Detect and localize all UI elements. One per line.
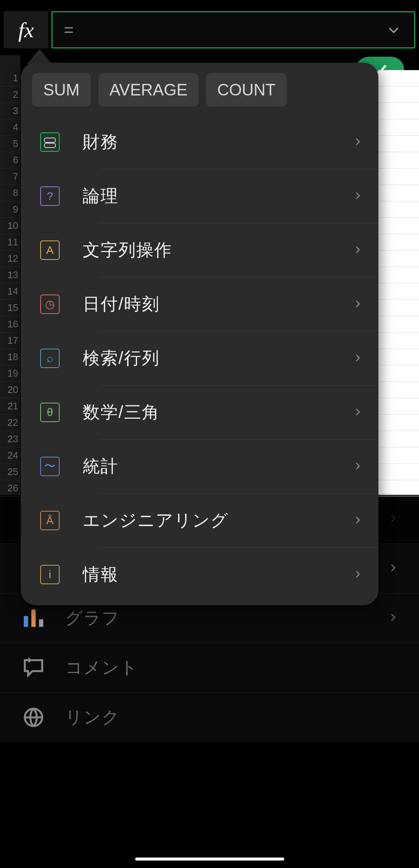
compass-icon: Å	[39, 510, 60, 531]
chevron-right-icon	[352, 569, 364, 580]
chevron-right-icon	[387, 513, 399, 525]
cell[interactable]	[378, 349, 419, 365]
row-header[interactable]: 1	[0, 70, 20, 87]
row-header[interactable]: 4	[0, 119, 20, 136]
cell[interactable]	[378, 251, 419, 267]
category-item[interactable]: ⌕検索/行列	[21, 331, 378, 385]
cell[interactable]	[378, 218, 419, 234]
category-label: 財務	[83, 130, 352, 154]
chevron-right-icon	[352, 515, 364, 526]
row-header[interactable]: 19	[0, 365, 20, 382]
chevron-right-icon	[352, 461, 364, 472]
row-header[interactable]: 16	[0, 316, 20, 333]
fx-button[interactable]: fx	[4, 11, 48, 48]
chart-icon	[20, 605, 47, 631]
function-popover: SUMAVERAGECOUNT 財務?論理A文字列操作◷日付/時刻⌕検索/行列θ…	[21, 63, 378, 605]
cell[interactable]	[378, 103, 419, 119]
menu-label: リンク	[65, 706, 399, 729]
row-header[interactable]: 11	[0, 234, 20, 251]
fx-label: fx	[18, 18, 34, 43]
row-header[interactable]: 22	[0, 415, 20, 431]
formula-bar: fx	[4, 11, 415, 48]
row-header[interactable]: 18	[0, 349, 20, 365]
row-header[interactable]: 12	[0, 251, 20, 267]
category-item[interactable]: A文字列操作	[21, 223, 378, 277]
svg-rect-2	[24, 616, 28, 627]
row-header[interactable]: 5	[0, 136, 20, 152]
row-header[interactable]: 13	[0, 267, 20, 283]
row-header[interactable]: 2	[0, 87, 20, 103]
category-item[interactable]: ?論理	[21, 169, 378, 223]
trend-icon: 〜	[39, 456, 60, 477]
category-item[interactable]: ◷日付/時刻	[21, 277, 378, 331]
row-header[interactable]: 20	[0, 382, 20, 398]
chevron-right-icon	[352, 191, 364, 202]
row-header[interactable]: 8	[0, 185, 20, 201]
popover-arrow	[27, 49, 52, 64]
category-label: 統計	[83, 455, 352, 478]
category-item[interactable]: i情報	[21, 547, 378, 601]
menu-label: グラフ	[65, 607, 387, 630]
cell[interactable]	[378, 70, 419, 87]
chevron-right-icon	[387, 612, 399, 625]
cell[interactable]	[378, 119, 419, 136]
row-header[interactable]: 9	[0, 201, 20, 218]
category-item[interactable]: θ数学/三角	[21, 385, 378, 439]
category-item[interactable]: 財務	[21, 115, 378, 169]
row-header[interactable]: 23	[0, 431, 20, 447]
quick-function-chips: SUMAVERAGECOUNT	[21, 63, 378, 115]
formula-expand-button[interactable]	[384, 21, 403, 39]
search-icon: ⌕	[39, 348, 60, 369]
cell[interactable]	[378, 316, 419, 333]
cell[interactable]	[378, 464, 419, 480]
cell[interactable]	[378, 283, 419, 300]
cell[interactable]	[378, 365, 419, 382]
coins-icon	[39, 132, 60, 152]
function-chip-count[interactable]: COUNT	[206, 73, 286, 107]
row-header[interactable]: 21	[0, 398, 20, 415]
menu-label: コメント	[65, 656, 399, 679]
category-label: 情報	[83, 563, 352, 586]
cell[interactable]	[378, 267, 419, 283]
cell[interactable]	[378, 382, 419, 398]
function-chip-sum[interactable]: SUM	[32, 73, 91, 107]
letter-a-icon: A	[39, 240, 60, 261]
formula-input[interactable]	[64, 20, 384, 40]
cell[interactable]	[378, 398, 419, 415]
function-chip-average[interactable]: AVERAGE	[98, 73, 199, 107]
row-header[interactable]: 10	[0, 218, 20, 234]
cell[interactable]	[378, 300, 419, 316]
row-header[interactable]: 17	[0, 333, 20, 349]
category-item[interactable]: Åエンジニアリング	[21, 493, 378, 547]
svg-rect-4	[39, 619, 44, 627]
cell[interactable]	[378, 201, 419, 218]
category-item[interactable]: 〜統計	[21, 439, 378, 493]
cell[interactable]	[378, 185, 419, 201]
question-icon: ?	[39, 186, 60, 207]
menu-item[interactable]: コメント	[0, 643, 419, 692]
row-header[interactable]: 6	[0, 152, 20, 169]
chevron-right-icon	[352, 353, 364, 364]
cell[interactable]	[378, 415, 419, 431]
info-icon: i	[39, 564, 60, 585]
cell[interactable]	[378, 234, 419, 251]
menu-item[interactable]: リンク	[0, 692, 419, 742]
spreadsheet-visible-cells[interactable]	[378, 70, 419, 495]
svg-rect-3	[31, 610, 36, 627]
home-indicator	[135, 858, 284, 861]
cell[interactable]	[378, 447, 419, 464]
cell[interactable]	[378, 333, 419, 349]
cell[interactable]	[378, 169, 419, 185]
row-header[interactable]: 25	[0, 464, 20, 480]
row-header[interactable]: 7	[0, 169, 20, 185]
cell[interactable]	[378, 87, 419, 103]
cell[interactable]	[378, 431, 419, 447]
row-header[interactable]: 14	[0, 283, 20, 300]
chevron-right-icon	[352, 245, 364, 256]
row-header[interactable]: 3	[0, 103, 20, 119]
cell[interactable]	[378, 152, 419, 169]
cell[interactable]	[378, 136, 419, 152]
row-header[interactable]: 24	[0, 447, 20, 464]
formula-input-container[interactable]	[51, 11, 415, 48]
row-header[interactable]: 15	[0, 300, 20, 316]
